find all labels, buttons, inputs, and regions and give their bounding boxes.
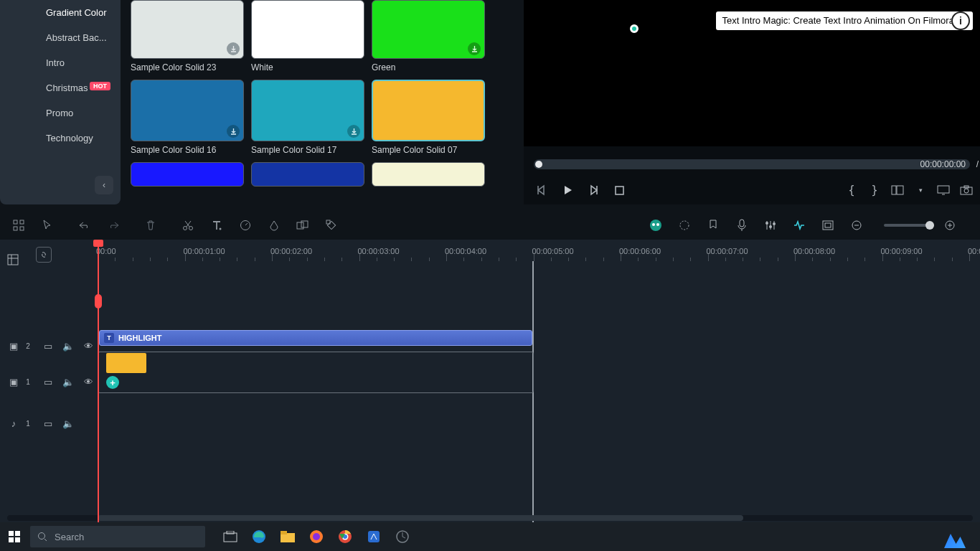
timeline-scroll-thumb[interactable]	[98, 515, 743, 521]
undo-button[interactable]	[76, 217, 93, 234]
preview-scrubber[interactable]	[534, 159, 970, 169]
collapse-sidebar-button[interactable]: ‹	[95, 176, 113, 194]
ruler-mark: 00:00:05:00	[532, 247, 574, 255]
hot-badge: HOT	[90, 82, 110, 90]
download-icon[interactable]	[347, 125, 360, 138]
firefox-icon[interactable]	[306, 526, 327, 547]
main-video-track-region[interactable]	[98, 352, 534, 393]
next-frame-button[interactable]	[585, 182, 601, 198]
folder-icon[interactable]: ▭	[42, 418, 55, 429]
asset-thumbnail[interactable]	[131, 162, 244, 187]
asset-thumbnail[interactable]	[251, 162, 364, 187]
asset-thumbnail[interactable]	[251, 0, 364, 59]
svg-point-20	[652, 223, 655, 226]
zoom-slider[interactable]	[884, 224, 934, 227]
sidebar-item-promo[interactable]: Promo	[0, 100, 121, 126]
visibility-icon[interactable]: 👁	[82, 377, 95, 387]
snapshot-button[interactable]	[958, 182, 974, 198]
download-icon[interactable]	[468, 42, 481, 55]
audio-icon: ♪	[7, 418, 20, 429]
voiceover-button[interactable]	[733, 217, 750, 234]
match-frame-button[interactable]	[10, 217, 27, 234]
folder-icon[interactable]: ▭	[42, 377, 55, 387]
link-tracks-button[interactable]	[36, 247, 52, 263]
auto-beat-button[interactable]	[791, 217, 808, 234]
sidebar-item-abstract[interactable]: Abstract Bac...	[0, 25, 121, 50]
timeline-scrollbar[interactable]	[7, 515, 973, 521]
task-view-button[interactable]	[220, 526, 241, 547]
search-icon	[37, 532, 47, 542]
crop-button[interactable]	[819, 217, 837, 234]
asset-thumbnail[interactable]	[251, 80, 364, 141]
asset-thumbnail[interactable]	[372, 80, 485, 141]
stop-button[interactable]	[611, 182, 627, 198]
mark-out-button[interactable]: }	[867, 182, 882, 198]
sidebar-item-intro[interactable]: Intro	[0, 50, 121, 75]
info-icon[interactable]: i	[951, 11, 970, 30]
svg-rect-1	[892, 186, 896, 194]
yellow-color-clip[interactable]	[106, 353, 146, 373]
zoom-in-button[interactable]	[941, 217, 958, 234]
playhead-handle[interactable]	[95, 294, 102, 309]
audio-mixer-button[interactable]	[762, 217, 779, 234]
selection-handle[interactable]	[630, 24, 639, 33]
aspect-chevron-icon[interactable]: ▾	[913, 182, 928, 198]
ruler-mark: 00:00:08:00	[793, 247, 835, 255]
scrub-handle[interactable]	[535, 161, 542, 168]
svg-rect-37	[224, 533, 237, 542]
explorer-icon[interactable]	[277, 526, 298, 547]
marker-button[interactable]	[705, 217, 722, 234]
select-tool-button[interactable]	[39, 217, 56, 234]
start-button[interactable]	[0, 522, 29, 551]
asset-thumbnail[interactable]	[372, 0, 485, 59]
download-icon[interactable]	[227, 42, 240, 55]
ruler-mark: 00:00:09:00	[881, 247, 923, 255]
delete-button[interactable]	[142, 217, 159, 234]
edge-icon[interactable]	[248, 526, 270, 547]
asset-thumbnail[interactable]	[131, 80, 244, 141]
taskbar-search[interactable]: Search	[30, 526, 205, 547]
folder-icon[interactable]: ▭	[42, 341, 55, 352]
track-options-icon[interactable]	[7, 254, 20, 265]
prev-frame-button[interactable]	[534, 182, 550, 198]
aspect-button[interactable]	[890, 182, 905, 198]
windows-taskbar: Search	[0, 522, 980, 551]
sidebar-item-technology[interactable]: Technology	[0, 126, 121, 151]
zoom-out-button[interactable]	[848, 217, 865, 234]
redo-button[interactable]	[105, 217, 122, 234]
asset-thumbnail[interactable]	[131, 0, 244, 59]
ai-button[interactable]	[647, 217, 664, 234]
mark-in-button[interactable]: {	[844, 182, 859, 198]
thumbnail-label: Sample Color Solid 23	[131, 59, 244, 80]
display-button[interactable]	[936, 182, 951, 198]
playhead[interactable]	[98, 240, 99, 522]
app-icon-1[interactable]	[363, 526, 385, 547]
text-clip-icon: T	[104, 333, 114, 343]
app-icon-2[interactable]	[392, 526, 413, 547]
visibility-icon[interactable]: 👁	[82, 341, 95, 352]
highlight-text-clip[interactable]: T HIGHLIGHT	[99, 330, 532, 346]
playhead-head[interactable]	[93, 240, 103, 247]
asset-thumbnail[interactable]	[372, 162, 485, 187]
mute-icon[interactable]: 🔈	[62, 341, 75, 352]
sidebar-item-gradient[interactable]: Gradient Color	[0, 0, 121, 25]
keyframe-button[interactable]	[323, 217, 340, 234]
split-button[interactable]	[179, 217, 197, 234]
svg-point-43	[313, 533, 320, 540]
svg-rect-9	[14, 227, 17, 230]
time-ruler[interactable]: 00:0000:00:01:0000:00:02:0000:00:03:0000…	[98, 240, 980, 261]
enhance-button[interactable]	[676, 217, 693, 234]
zoom-handle[interactable]	[925, 221, 934, 230]
download-icon[interactable]	[227, 125, 240, 138]
text-button[interactable]	[208, 217, 225, 234]
sidebar-item-christmas[interactable]: Christmas HOT	[0, 75, 121, 100]
add-clip-indicator[interactable]: +	[106, 376, 119, 389]
thumbnail-label: White	[251, 59, 364, 80]
speed-button[interactable]	[237, 217, 254, 234]
mute-icon[interactable]: 🔈	[62, 418, 75, 429]
mute-icon[interactable]: 🔈	[62, 377, 75, 387]
color-button[interactable]	[265, 217, 283, 234]
play-button[interactable]	[560, 182, 575, 198]
group-button[interactable]	[294, 217, 311, 234]
chrome-icon[interactable]	[334, 526, 356, 547]
